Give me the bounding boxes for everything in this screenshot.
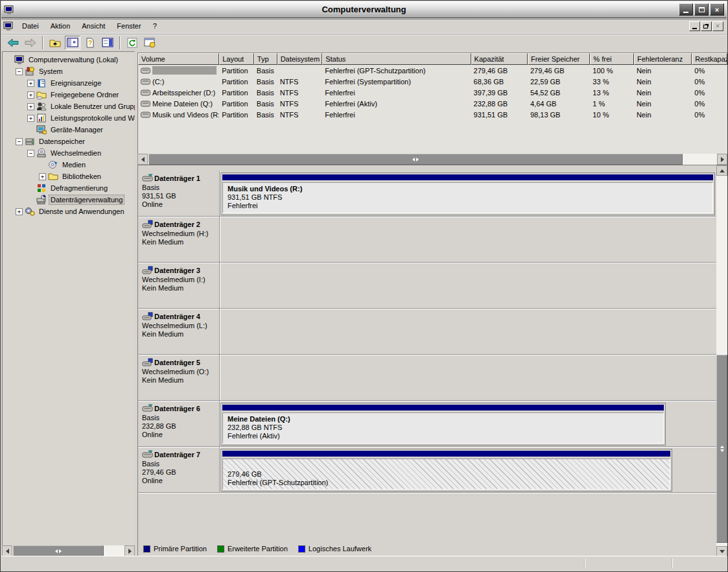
expand-expander[interactable]: + <box>16 208 23 215</box>
scroll-right-button[interactable] <box>124 545 135 556</box>
tree-item-defragmentierung[interactable]: Defragmentierung <box>3 182 135 194</box>
scroll-left-button[interactable] <box>137 154 148 165</box>
tree-item-leistungsprotokolle[interactable]: + Leistungsprotokolle und War <box>3 112 135 124</box>
column-header-typ[interactable]: Typ <box>254 53 277 65</box>
disk-info-5[interactable]: Datenträger 5 Wechselmedium (O:) Kein Me… <box>138 355 220 400</box>
scroll-left-icon <box>141 157 145 162</box>
refresh-button[interactable] <box>124 36 140 50</box>
disk-row-5[interactable]: Datenträger 5 Wechselmedium (O:) Kein Me… <box>138 355 716 401</box>
show-detail-pane-button[interactable] <box>100 36 115 50</box>
partition-bar[interactable]: Meine Dateien (Q:) 232,88 GB NTFS Fehler… <box>220 403 666 446</box>
menu-hilfe[interactable]: ? <box>147 19 163 32</box>
menu-aktion[interactable]: Aktion <box>45 19 76 32</box>
menu-ansicht[interactable]: Ansicht <box>76 19 111 32</box>
column-header-status[interactable]: Status <box>322 53 471 65</box>
scroll-left-button[interactable] <box>2 545 12 556</box>
tree-item-wechselmedien[interactable]: − Wechselmedien <box>3 147 135 159</box>
disk-pane-vertical-scrollbar[interactable] <box>716 165 727 556</box>
collapse-expander[interactable]: − <box>27 150 34 157</box>
disk-info-1[interactable]: Datenträger 1 Basis 931,51 GB Online <box>138 171 220 216</box>
media-icon <box>48 160 58 170</box>
tree-horizontal-scrollbar[interactable] <box>2 545 135 556</box>
tree-item-medien[interactable]: Medien <box>3 159 135 171</box>
scrollbar-thumb[interactable] <box>148 154 683 165</box>
disk-row-1[interactable]: Datenträger 1 Basis 931,51 GB Online Mus… <box>138 171 716 217</box>
up-one-level-button[interactable] <box>47 36 63 50</box>
disk-row-7[interactable]: Datenträger 7 Basis 279,46 GB Online 279… <box>138 447 716 493</box>
disk-info-4[interactable]: Datenträger 4 Wechselmedium (L:) Kein Me… <box>138 309 220 354</box>
disk-row-6[interactable]: Datenträger 6 Basis 232,88 GB Online Mei… <box>138 401 716 447</box>
column-header-prozent-frei[interactable]: % frei <box>590 53 634 65</box>
column-header-kapazitaet[interactable]: Kapazität <box>471 53 528 65</box>
scrollbar-thumb[interactable] <box>716 355 727 543</box>
column-header-fehlertoleranz[interactable]: Fehlertoleranz <box>634 53 692 65</box>
scroll-down-button[interactable] <box>716 546 727 556</box>
removable-disk-icon <box>142 220 154 229</box>
disk-info-7[interactable]: Datenträger 7 Basis 279,46 GB Online <box>138 447 220 492</box>
expand-expander[interactable]: + <box>27 103 34 110</box>
forward-button[interactable] <box>23 36 38 50</box>
tree-item-system[interactable]: − System <box>3 66 135 77</box>
menu-fenster[interactable]: Fenster <box>111 19 147 32</box>
volume-row-gpt[interactable]: Partition Basis Fehlerfrei (GPT-Schutzpa… <box>138 65 727 76</box>
expand-expander[interactable]: + <box>27 115 34 122</box>
volume-list-horizontal-scrollbar[interactable] <box>137 154 727 165</box>
disk-info-2[interactable]: Datenträger 2 Wechselmedium (H:) Kein Me… <box>138 217 220 262</box>
tree-item-computerverwaltung[interactable]: Computerverwaltung (Lokal) <box>3 54 135 66</box>
disk-row-3[interactable]: Datenträger 3 Wechselmedium (I:) Kein Me… <box>138 263 716 309</box>
show-hide-console-tree-button[interactable] <box>65 36 80 50</box>
back-button[interactable] <box>5 36 21 50</box>
cell-fehlertoleranz: Nein <box>634 78 692 86</box>
extended-partition-swatch-icon <box>217 545 224 553</box>
mdi-minimize-button[interactable] <box>689 21 700 31</box>
volume-row-d[interactable]: Arbeitsspeicher (D:) Partition Basis NTF… <box>138 87 727 98</box>
console-window-settings-button[interactable] <box>142 36 158 50</box>
menu-datei[interactable]: Datei <box>16 19 45 32</box>
partition-bar[interactable]: 279,46 GB Fehlerfrei (GPT-Schutzpartitio… <box>220 449 672 492</box>
svg-text:?: ? <box>88 40 92 47</box>
column-header-layout[interactable]: Layout <box>219 53 254 65</box>
disk-info-6[interactable]: Datenträger 6 Basis 232,88 GB Online <box>138 401 220 446</box>
disk-row-4[interactable]: Datenträger 4 Wechselmedium (L:) Kein Me… <box>138 309 716 355</box>
scroll-right-button[interactable] <box>717 154 727 165</box>
partition-status: Fehlerfrei (GPT-Schutzpartition) <box>228 479 665 487</box>
expand-expander[interactable]: + <box>39 173 46 180</box>
expand-expander[interactable]: + <box>27 80 34 87</box>
help-pages-button[interactable]: ? <box>82 36 98 50</box>
tree-item-lokale-benutzer-und-gruppen[interactable]: + Lokale Benutzer und Gruppe <box>3 101 135 112</box>
partition-bar[interactable]: Musik und Videos (R:) 931,51 GB NTFS Feh… <box>220 173 715 215</box>
tree-item-ereignisanzeige[interactable]: + Ereignisanzeige <box>3 77 135 89</box>
volume-row-c[interactable]: (C:) Partition Basis NTFS Fehlerfrei (Sy… <box>138 76 727 87</box>
collapse-expander[interactable]: − <box>16 68 23 75</box>
legend-item-logical: Logisches Laufwerk <box>298 545 371 553</box>
volume-row-q[interactable]: Meine Dateien (Q:) Partition Basis NTFS … <box>138 98 727 109</box>
column-header-freier-speicher[interactable]: Freier Speicher <box>528 53 590 65</box>
cell-status: Fehlerfrei (GPT-Schutzpartition) <box>322 67 471 75</box>
tree-item-bibliotheken[interactable]: + Bibliotheken <box>3 171 135 182</box>
volume-row-r[interactable]: Musik und Videos (R:) Partition Basis NT… <box>138 109 727 120</box>
tree-item-datentraegerverwaltung[interactable]: Datenträgerverwaltung <box>3 194 135 206</box>
tree-item-geraete-manager[interactable]: Geräte-Manager <box>3 124 135 136</box>
disk-info-3[interactable]: Datenträger 3 Wechselmedium (I:) Kein Me… <box>138 263 220 308</box>
tree-item-datenspeicher[interactable]: − Datenspeicher <box>3 136 135 147</box>
mdi-restore-button[interactable] <box>701 21 712 31</box>
tree-item-freigegebene-ordner[interactable]: + Freigegebene Ordner <box>3 89 135 101</box>
close-button[interactable]: × <box>710 3 724 16</box>
column-header-volume[interactable]: Volume <box>138 53 219 65</box>
maximize-button[interactable] <box>694 3 709 16</box>
column-header-restkapazitaet[interactable]: Restkapaz <box>692 53 727 65</box>
column-header-dateisystem[interactable]: Dateisystem <box>277 53 323 65</box>
scrollbar-thumb[interactable] <box>13 545 104 556</box>
collapse-expander[interactable]: − <box>16 138 23 145</box>
logical-drive-swatch-icon <box>298 545 305 553</box>
scroll-up-button[interactable] <box>716 165 727 176</box>
mdi-close-button[interactable]: × <box>712 21 723 31</box>
console-tree-pane: Computerverwaltung (Lokal) − System + Er… <box>2 51 135 556</box>
tree-item-dienste-und-anwendungen[interactable]: + Dienste und Anwendungen <box>3 206 135 217</box>
minimize-button[interactable] <box>679 3 693 16</box>
disk-row-2[interactable]: Datenträger 2 Wechselmedium (H:) Kein Me… <box>138 217 716 263</box>
tree-item-label: Datenträgerverwaltung <box>49 195 124 204</box>
expand-expander[interactable]: + <box>27 91 34 99</box>
status-separator <box>585 558 585 568</box>
cell-kapazitaet: 232,88 GB <box>471 100 528 108</box>
